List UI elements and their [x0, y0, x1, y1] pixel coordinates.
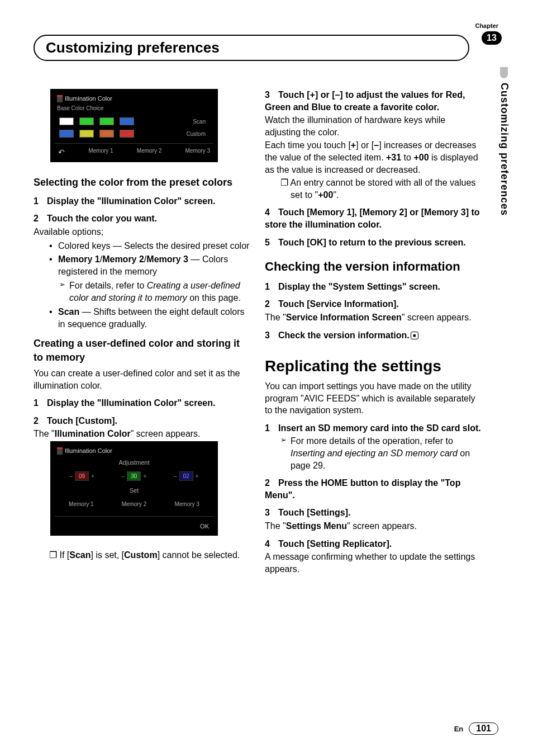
color-swatch[interactable] — [79, 117, 94, 125]
text: Available options; — [34, 226, 251, 238]
heading-replicating-settings: Replicating the settings — [265, 356, 483, 377]
adjustment-label: Adjustment — [55, 456, 213, 469]
reference: For more details of the operation, refer… — [280, 435, 483, 471]
step: 1Display the "System Settings" screen. — [265, 281, 483, 293]
blue-value: 02 — [179, 471, 193, 481]
side-tab-marker — [500, 67, 508, 78]
chapter-label: Chapter — [475, 22, 498, 29]
list-item: Colored keys — Selects the desired prese… — [49, 240, 251, 252]
screenshot1-subtitle: Base Color Choice — [55, 104, 213, 116]
text: Each time you touch [+] or [–] increases… — [265, 139, 483, 176]
text: You can create a user-defined color and … — [34, 367, 251, 391]
note: If [Scan] is set, [Custom] cannot be sel… — [49, 549, 251, 561]
page-number: 101 — [469, 722, 498, 735]
screenshot1-title: Illumination Color — [65, 94, 112, 103]
memory2-button[interactable]: Memory 2 — [137, 147, 161, 158]
text: Watch the illumination of hardware keys … — [265, 114, 483, 138]
screenshot2-title: Illumination Color — [65, 447, 112, 455]
reference: For details, refer to Creating a user-de… — [59, 280, 251, 304]
text: The "Service Information Screen" screen … — [265, 311, 483, 324]
scan-button[interactable]: Scan — [193, 118, 209, 126]
side-tab: Customizing preferences — [497, 67, 511, 216]
color-swatch[interactable] — [59, 130, 74, 138]
plus-button[interactable]: + — [143, 472, 146, 480]
text: The "Settings Menu" screen appears. — [265, 520, 483, 532]
set-label: Set — [55, 483, 213, 498]
color-swatch[interactable] — [59, 117, 74, 125]
chapter-number-badge: 13 — [482, 31, 502, 45]
memory1-button[interactable]: Memory 1 — [88, 147, 113, 158]
list-item: Scan — Shifts between the eight default … — [49, 306, 251, 330]
color-swatch[interactable] — [99, 117, 114, 125]
heading-version-info: Checking the version information — [265, 258, 483, 275]
minus-button[interactable]: – — [122, 472, 125, 480]
green-value: 30 — [127, 471, 141, 481]
heading-user-defined-color: Creating a user-defined color and storin… — [34, 337, 251, 364]
step: 4Touch [Memory 1], [Memory 2] or [Memory… — [265, 206, 483, 230]
minus-button[interactable]: – — [69, 472, 73, 480]
left-column: Illumination Color Base Color Choice Sca… — [34, 89, 251, 576]
text: The "Illumination Color" screen appears. — [34, 428, 251, 440]
screenshot-illumination-color-preset: Illumination Color Base Color Choice Sca… — [50, 89, 218, 162]
color-swatch[interactable] — [99, 130, 114, 138]
screenshot-illumination-color-adjust: Illumination Color Adjustment –09+ –30+ … — [50, 441, 218, 536]
step: 3Check the version information.■ — [265, 329, 483, 342]
text: A message confirming whether to update t… — [265, 551, 483, 575]
list-item: Memory 1/Memory 2/Memory 3 — Colors regi… — [49, 253, 251, 277]
memory2-button[interactable]: Memory 2 — [122, 500, 146, 508]
color-swatch[interactable] — [79, 130, 94, 138]
color-swatch[interactable] — [120, 130, 134, 138]
memory3-button[interactable]: Memory 3 — [174, 500, 199, 508]
step: 1Insert an SD memory card into the SD ca… — [265, 422, 483, 434]
step: 3Touch [Settings]. — [265, 507, 483, 519]
language-label: En — [454, 725, 464, 733]
custom-button[interactable]: Custom — [187, 130, 209, 138]
right-column: 3Touch [+] or [–] to adjust the values f… — [265, 89, 483, 576]
step: 3Touch [+] or [–] to adjust the values f… — [265, 89, 483, 113]
heading-preset-colors: Selecting the color from the preset colo… — [34, 176, 251, 189]
memory3-button[interactable]: Memory 3 — [185, 147, 210, 158]
app-icon — [57, 95, 63, 102]
app-icon — [57, 447, 63, 455]
plus-button[interactable]: + — [196, 472, 199, 480]
note: An entry cannot be stored with all of th… — [280, 177, 483, 201]
page-title-frame: Customizing preferences — [34, 35, 469, 61]
step: 2Press the HOME button to display the "T… — [265, 477, 483, 501]
ok-button[interactable]: OK — [55, 516, 213, 532]
page-footer: En 101 — [454, 722, 498, 735]
step: 2Touch the color you want. — [34, 212, 251, 225]
step: 2Touch [Service Information]. — [265, 298, 483, 310]
page-title: Customizing preferences — [46, 39, 220, 56]
red-value: 09 — [75, 471, 89, 481]
step: 1Display the "Illumination Color" screen… — [34, 397, 251, 409]
plus-button[interactable]: + — [91, 472, 94, 480]
step: 2Touch [Custom]. — [34, 415, 251, 427]
minus-button[interactable]: – — [174, 472, 177, 480]
color-swatch[interactable] — [120, 117, 134, 125]
step: 1Display the "Illumination Color" screen… — [34, 195, 251, 207]
back-icon[interactable]: ↶ — [58, 147, 65, 158]
step: 4Touch [Setting Replicator]. — [265, 538, 483, 550]
side-tab-text: Customizing preferences — [498, 83, 510, 216]
memory1-button[interactable]: Memory 1 — [69, 500, 93, 508]
text: You can import settings you have made on… — [265, 380, 483, 417]
end-mark-icon: ■ — [411, 332, 418, 339]
step: 5Touch [OK] to return to the previous sc… — [265, 237, 483, 249]
